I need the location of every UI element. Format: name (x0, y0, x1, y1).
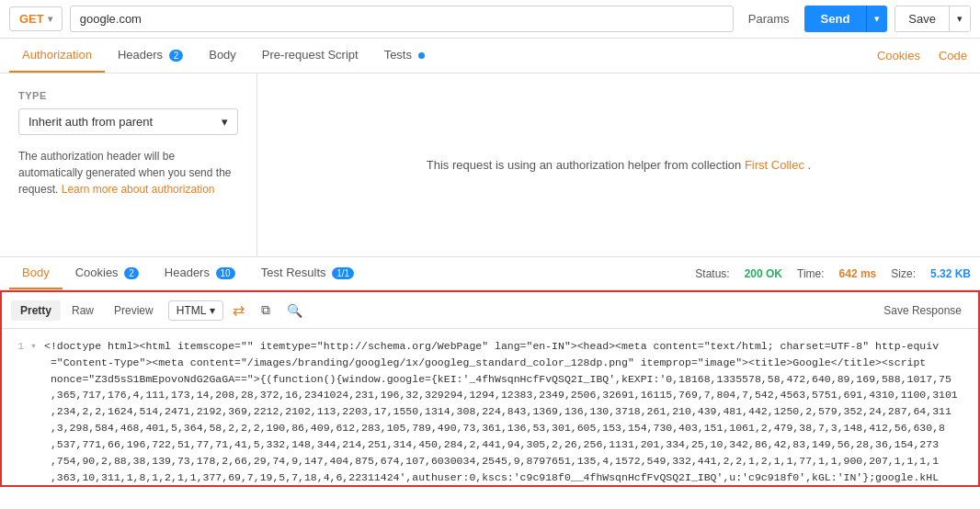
tab-test-results-bottom[interactable]: Test Results 1/1 (248, 257, 367, 289)
size-value: 5.32 KB (930, 267, 971, 280)
code-line: ,754,90,2,88,38,139,73,178,2,66,29,74,9,… (11, 453, 969, 469)
code-link[interactable]: Code (935, 40, 971, 72)
code-line: ,365,717,176,4,111,173,14,208,28,372,16,… (11, 387, 969, 403)
auth-description: The authorization header will be automat… (18, 148, 238, 198)
auth-left-panel: TYPE Inherit auth from parent ▾ The auth… (0, 74, 257, 256)
learn-more-link[interactable]: Learn more about authorization (62, 183, 215, 196)
collection-link[interactable]: First Collec (745, 158, 804, 172)
tab-prerequest[interactable]: Pre-request Script (249, 39, 371, 73)
top-bar-right-links: Cookies Code (873, 40, 971, 72)
tab-headers-bottom[interactable]: Headers 10 (152, 257, 248, 289)
save-button[interactable]: Save (895, 6, 950, 32)
send-button[interactable]: Send (804, 6, 867, 32)
tab-tests[interactable]: Tests (371, 39, 438, 73)
bottom-tab-bar: Body Cookies 2 Headers 10 Test Results 1… (0, 257, 980, 290)
status-label: Status: (695, 267, 729, 280)
method-chevron-icon: ▾ (48, 14, 52, 24)
auth-type-label: TYPE (18, 90, 238, 101)
code-line: nonce="Z3d5sS1BmEpovoNdG2GaGA==">{(funct… (11, 371, 969, 388)
save-button-group: Save ▾ (895, 6, 971, 32)
format-chevron-icon: ▾ (210, 304, 215, 317)
auth-helper-text: This request is using an authorization h… (427, 158, 811, 172)
tab-headers[interactable]: Headers 2 (105, 39, 196, 73)
code-line: 1 ▾<!doctype html><html itemscope="" ite… (11, 338, 969, 355)
save-response-button[interactable]: Save Response (876, 300, 969, 321)
code-line: ,234,2,2,1624,514,2471,2192,369,2212,210… (11, 403, 969, 420)
response-toolbar: Pretty Raw Preview HTML ▾ ⇄ ⧉ 🔍 Save Res… (2, 292, 978, 329)
headers-badge: 2 (169, 50, 184, 62)
tests-dot (418, 52, 425, 59)
auth-type-selector[interactable]: Inherit auth from parent ▾ (18, 108, 238, 135)
status-bar: Status: 200 OK Time: 642 ms Size: 5.32 K… (695, 262, 971, 286)
top-bar: GET ▾ Params Send ▾ Save ▾ (0, 0, 980, 39)
format-value: HTML (177, 304, 207, 317)
tab-cookies-bottom[interactable]: Cookies 2 (63, 257, 152, 289)
format-selector[interactable]: HTML ▾ (168, 300, 224, 321)
send-dropdown-button[interactable]: ▾ (866, 6, 887, 32)
preview-button[interactable]: Preview (105, 300, 163, 321)
line-number: 1 ▾ (11, 338, 37, 355)
response-panel: Pretty Raw Preview HTML ▾ ⇄ ⧉ 🔍 Save Res… (0, 290, 980, 487)
method-label: GET (19, 12, 44, 26)
method-selector[interactable]: GET ▾ (9, 6, 63, 31)
tab-body[interactable]: Body (196, 39, 249, 73)
tab-authorization[interactable]: Authorization (9, 39, 105, 73)
auth-type-value: Inherit auth from parent (28, 115, 153, 129)
auth-right-panel: This request is using an authorization h… (257, 74, 980, 256)
search-button[interactable]: 🔍 (279, 300, 310, 322)
params-button[interactable]: Params (741, 7, 797, 30)
url-input[interactable] (70, 6, 734, 32)
code-view: 1 ▾<!doctype html><html itemscope="" ite… (2, 329, 978, 485)
copy-button[interactable]: ⧉ (254, 299, 278, 322)
top-tab-bar: Authorization Headers 2 Body Pre-request… (0, 39, 980, 74)
cookies-badge: 2 (124, 267, 139, 279)
tab-body-bottom[interactable]: Body (9, 257, 63, 289)
size-label: Size: (891, 267, 916, 280)
pretty-button[interactable]: Pretty (11, 300, 61, 321)
save-dropdown-button[interactable]: ▾ (950, 6, 971, 32)
code-line: ,3,298,584,468,401,5,364,58,2,2,2,190,86… (11, 420, 969, 436)
auth-panel: TYPE Inherit auth from parent ▾ The auth… (0, 74, 980, 257)
send-button-group: Send ▾ (804, 6, 888, 32)
auth-chevron-icon: ▾ (222, 115, 228, 129)
time-value: 642 ms (839, 267, 877, 280)
wrap-icon-button[interactable]: ⇄ (225, 298, 252, 322)
code-line: ,537,771,66,196,722,51,77,71,41,5,332,14… (11, 436, 969, 453)
raw-button[interactable]: Raw (63, 300, 103, 321)
headers-bottom-badge: 10 (216, 267, 235, 279)
code-line: ,363,10,311,1,8,1,2,1,1,377,69,7,19,5,7,… (11, 469, 969, 486)
test-results-badge: 1/1 (332, 267, 354, 279)
cookies-link[interactable]: Cookies (873, 40, 924, 72)
time-label: Time: (797, 267, 825, 280)
status-value: 200 OK (745, 267, 782, 280)
code-line: ="Content-Type"><meta content="/images/b… (11, 355, 969, 371)
